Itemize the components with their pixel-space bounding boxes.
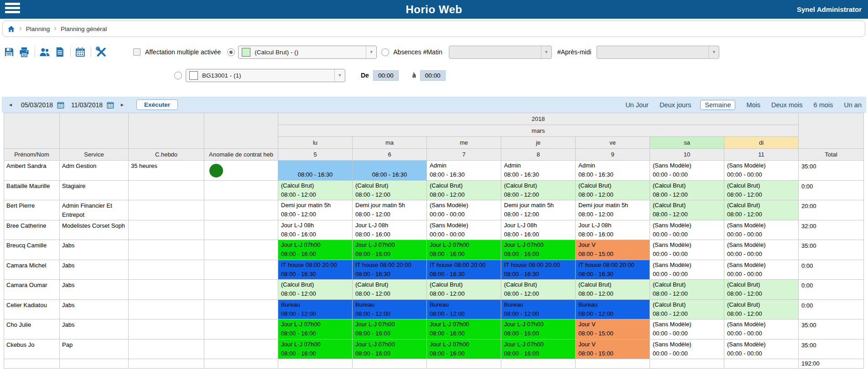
schedule-cell[interactable]: Admin08:00 - 16:30	[427, 161, 501, 181]
schedule-cell[interactable]: IT house 08:00 20:0008:00 - 16:30	[278, 260, 353, 280]
model-select[interactable]: (Calcul Brut) - () ▼	[238, 46, 377, 59]
tools-icon[interactable]	[95, 46, 107, 58]
schedule-cell[interactable]: IT house 08:00 20:0008:00 - 16:30	[353, 260, 427, 280]
calendar-icon[interactable]	[75, 47, 86, 57]
schedule-cell[interactable]: (Sans Modèle)00:00 - 00:00	[724, 260, 799, 280]
absences-radio[interactable]	[381, 48, 389, 56]
schedule-cell[interactable]: (Sans Modèle)00:00 - 00:00	[724, 319, 799, 340]
schedule-cell[interactable]: (Calcul Brut)08:00 - 12:00	[576, 280, 650, 300]
schedule-cell[interactable]: Jour L-J 07h0008:00 - 16:00	[427, 240, 501, 260]
schedule-cell[interactable]: Jour L-J 07h0008:00 - 16:00	[278, 340, 353, 360]
schedule-cell[interactable]: (Sans Modèle)00:00 - 00:00	[427, 200, 501, 220]
view-deux-jours[interactable]: Deux jours	[660, 101, 691, 109]
schedule-cell[interactable]: Bureau08:00 - 12:00	[501, 300, 576, 320]
schedule-cell[interactable]: (Calcul Brut)08:00 - 12:00	[501, 181, 576, 201]
schedule-cell[interactable]: (Calcul Brut)08:00 - 12:00	[353, 181, 427, 201]
schedule-cell[interactable]: (Calcul Brut)08:00 - 12:00	[278, 280, 353, 300]
schedule-cell[interactable]: Jour V08:00 - 15:00	[576, 240, 650, 260]
schedule-cell[interactable]: IT house 08:00 20:0008:00 - 16:30	[427, 260, 501, 280]
schedule-cell[interactable]: Demi jour matin 5h08:00 - 12:00	[353, 200, 427, 220]
schedule-cell[interactable]: (Calcul Brut)08:00 - 12:00	[650, 200, 724, 220]
previous-period-arrow[interactable]: ◄	[6, 102, 15, 107]
schedule-cell[interactable]: (Sans Modèle)00:00 - 00:00	[724, 240, 799, 260]
schedule-cell[interactable]: (Sans Modèle)00:00 - 00:00	[650, 220, 724, 240]
schedule-cell[interactable]: Jour V08:00 - 15:00	[576, 340, 650, 360]
home-icon[interactable]	[7, 25, 15, 33]
schedule-cell[interactable]: 08:00 - 16:30	[278, 161, 353, 181]
schedule-cell[interactable]: (Sans Modèle)00:00 - 00:00	[724, 220, 799, 240]
schedule-cell[interactable]: (Calcul Brut)08:00 - 12:00	[650, 181, 724, 201]
schedule-cell[interactable]: Demi jour matin 5h08:00 - 12:00	[501, 200, 576, 220]
view-mois[interactable]: Mois	[746, 101, 760, 109]
schedule-cell[interactable]: Jour L-J 07h0008:00 - 16:00	[353, 240, 427, 260]
schedule-cell[interactable]: Jour L-J 07h0008:00 - 16:00	[278, 240, 353, 260]
schedule-cell[interactable]: Jour L-J 08h08:00 - 16:00	[501, 220, 576, 240]
breadcrumb-item-planning[interactable]: Planning	[26, 26, 50, 32]
schedule-cell[interactable]: Demi jour matin 5h08:00 - 12:00	[576, 200, 650, 220]
view-un-an[interactable]: Un an	[844, 101, 862, 109]
schedule-cell[interactable]: (Calcul Brut)08:00 - 12:00	[724, 280, 799, 300]
schedule-cell[interactable]: (Calcul Brut)08:00 - 12:00	[724, 200, 799, 220]
schedule-cell[interactable]: (Sans Modèle)00:00 - 00:00	[650, 319, 724, 340]
schedule-cell[interactable]: Jour L-J 07h0008:00 - 16:00	[501, 240, 576, 260]
schedule-cell[interactable]: (Calcul Brut)08:00 - 12:00	[650, 300, 724, 320]
schedule-cell[interactable]: Jour L-J 07h0008:00 - 16:00	[427, 340, 501, 360]
schedule-cell[interactable]: (Sans Modèle)00:00 - 00:00	[650, 260, 724, 280]
schedule-cell[interactable]: (Calcul Brut)08:00 - 12:00	[427, 280, 501, 300]
schedule-cell[interactable]: (Sans Modèle)00:00 - 00:00	[650, 240, 724, 260]
start-date-calendar-icon[interactable]	[57, 101, 65, 109]
schedule-cell[interactable]: Jour L-J 08h08:00 - 16:00	[576, 220, 650, 240]
end-date-calendar-icon[interactable]	[106, 101, 114, 109]
schedule-cell[interactable]: (Sans Modèle)00:00 - 00:00	[427, 220, 501, 240]
schedule-cell[interactable]: (Sans Modèle)00:00 - 00:00	[724, 340, 799, 360]
schedule-cell[interactable]: (Calcul Brut)08:00 - 12:00	[650, 280, 724, 300]
schedule-cell[interactable]: Jour L-J 07h0008:00 - 16:00	[353, 340, 427, 360]
schedule-cell[interactable]: (Sans Modèle)00:00 - 00:00	[724, 161, 799, 181]
next-period-arrow[interactable]: ►	[118, 102, 126, 107]
view-semaine[interactable]: Semaine	[700, 100, 735, 110]
schedule-cell[interactable]: 08:00 - 16:30	[353, 161, 427, 181]
schedule-cell[interactable]: Jour L-J 08h08:00 - 16:00	[353, 220, 427, 240]
model-radio[interactable]	[227, 48, 235, 56]
schedule-cell[interactable]: (Calcul Brut)08:00 - 12:00	[353, 280, 427, 300]
schedule-cell[interactable]: (Sans Modèle)00:00 - 00:00	[650, 161, 724, 181]
users-icon[interactable]	[39, 47, 50, 57]
schedule-cell[interactable]: IT house 08:00 20:0008:00 - 16:30	[576, 260, 650, 280]
schedule-cell[interactable]: Jour V08:00 - 15:00	[576, 319, 650, 340]
schedule-cell[interactable]: Bureau08:00 - 12:00	[576, 300, 650, 320]
schedule-cell[interactable]: (Calcul Brut)08:00 - 12:00	[576, 181, 650, 201]
from-time-input[interactable]	[373, 70, 399, 81]
schedule-cell[interactable]: Bureau08:00 - 12:00	[427, 300, 501, 320]
save-icon[interactable]	[4, 47, 15, 57]
absences-morning-select[interactable]: ▼	[449, 46, 552, 59]
schedule-cell[interactable]: Bureau08:00 - 12:00	[278, 300, 353, 320]
schedule-cell[interactable]: Jour L-J 07h0008:00 - 16:00	[501, 340, 576, 360]
schedule-cell[interactable]: Jour L-J 07h0008:00 - 16:00	[427, 319, 501, 340]
schedule-cell[interactable]: (Sans Modèle)00:00 - 00:00	[650, 340, 724, 360]
schedule-cell[interactable]: Admin08:00 - 16:30	[501, 161, 576, 181]
schedule-cell[interactable]: (Calcul Brut)08:00 - 12:00	[427, 181, 501, 201]
schedule-cell[interactable]: Bureau08:00 - 12:00	[353, 300, 427, 320]
schedule-cell[interactable]: (Calcul Brut)08:00 - 12:00	[724, 300, 799, 320]
view-un-jour[interactable]: Un Jour	[625, 101, 649, 109]
schedule-cell[interactable]: Jour L-J 07h0008:00 - 16:00	[278, 319, 353, 340]
absences-afternoon-select[interactable]: ▼	[597, 46, 719, 59]
view-deux-mois[interactable]: Deux mois	[771, 101, 803, 109]
print-icon[interactable]	[19, 47, 30, 57]
badge-select[interactable]: BG13001 - (1) ▼	[186, 69, 345, 82]
schedule-cell[interactable]: (Calcul Brut)08:00 - 12:00	[278, 181, 353, 201]
execute-button[interactable]: Exécuter	[136, 99, 178, 110]
schedule-cell[interactable]: IT house 08:00 20:0008:00 - 16:30	[501, 260, 576, 280]
view-6-mois[interactable]: 6 mois	[814, 101, 833, 109]
schedule-cell[interactable]: Jour L-J 07h0008:00 - 16:00	[501, 319, 576, 340]
schedule-cell[interactable]: Demi jour matin 5h08:00 - 12:00	[278, 200, 353, 220]
schedule-cell[interactable]: Jour L-J 08h08:00 - 16:00	[278, 220, 353, 240]
schedule-cell[interactable]: Admin08:00 - 16:30	[576, 161, 650, 181]
document-icon[interactable]	[54, 47, 65, 57]
schedule-cell[interactable]: (Calcul Brut)08:00 - 12:00	[501, 280, 576, 300]
schedule-cell[interactable]: (Calcul Brut)08:00 - 12:00	[724, 181, 799, 201]
start-date[interactable]: 05/03/2018	[21, 101, 53, 109]
end-date[interactable]: 11/03/2018	[71, 101, 103, 109]
schedule-cell[interactable]: Jour L-J 07h0008:00 - 16:00	[353, 319, 427, 340]
badge-radio[interactable]	[174, 72, 182, 79]
